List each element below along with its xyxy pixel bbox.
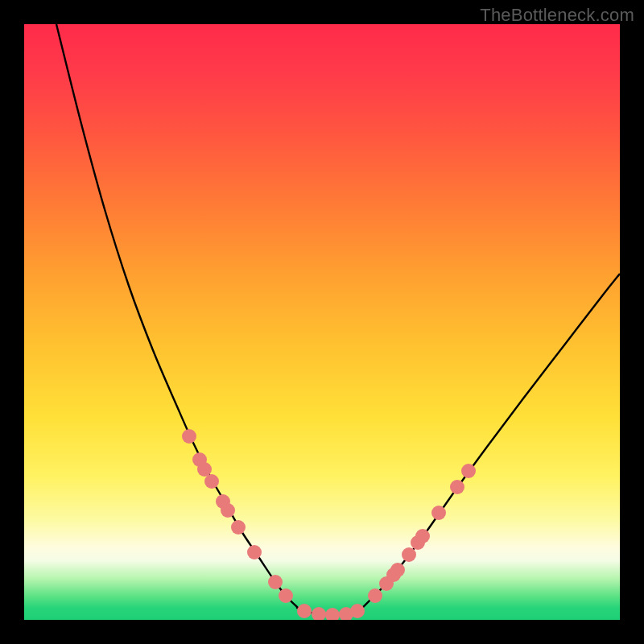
data-marker bbox=[390, 563, 405, 577]
data-marker bbox=[350, 604, 365, 618]
data-marker bbox=[221, 503, 235, 518]
data-marker bbox=[197, 462, 212, 477]
data-marker bbox=[182, 429, 196, 444]
data-marker bbox=[279, 588, 293, 603]
data-marker bbox=[231, 520, 246, 535]
plot-area bbox=[24, 24, 620, 620]
watermark-text: TheBottleneck.com bbox=[480, 5, 634, 26]
data-marker bbox=[415, 529, 430, 543]
bottleneck-curve bbox=[56, 24, 620, 615]
data-marker bbox=[297, 604, 312, 618]
data-marker bbox=[450, 480, 464, 494]
data-marker bbox=[431, 506, 446, 520]
data-marker bbox=[268, 575, 283, 589]
chart-container: TheBottleneck.com bbox=[0, 0, 644, 644]
data-marker bbox=[204, 474, 219, 489]
curve-svg bbox=[24, 24, 620, 620]
data-marker bbox=[247, 545, 262, 559]
data-marker bbox=[312, 607, 326, 620]
data-marker bbox=[368, 588, 382, 603]
data-marker bbox=[461, 464, 476, 478]
data-marker bbox=[402, 547, 416, 562]
data-marker bbox=[325, 608, 340, 620]
